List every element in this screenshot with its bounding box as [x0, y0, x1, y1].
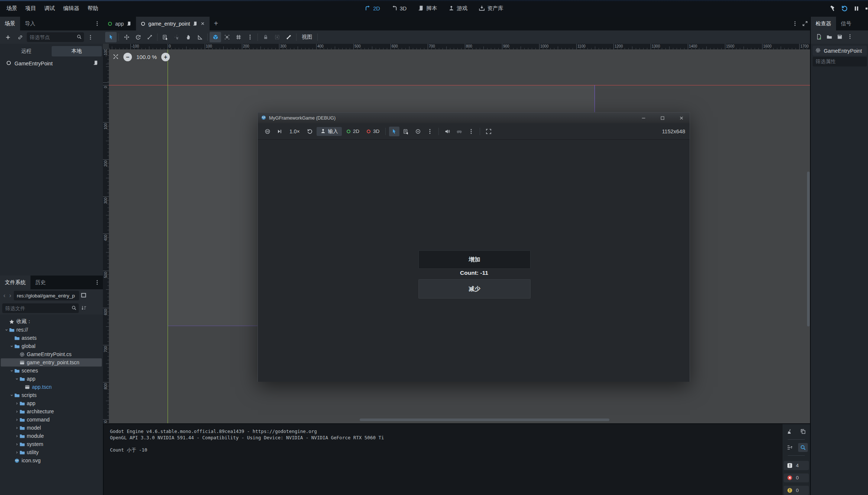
select-tool[interactable] — [389, 127, 399, 136]
tab-scene[interactable]: 场景 — [0, 17, 20, 30]
zoom-level[interactable]: 100.0 % — [136, 54, 157, 60]
minimize-icon[interactable] — [635, 113, 652, 123]
tree-arrow-closed-icon[interactable] — [14, 418, 19, 422]
menu-debug[interactable]: 调试 — [40, 3, 59, 13]
new-resource-icon[interactable] — [816, 34, 822, 41]
tab-history[interactable]: 历史 — [30, 276, 51, 289]
inspected-node[interactable]: GameEntryPoint — [813, 46, 867, 56]
tree-arrow-open-icon[interactable] — [14, 377, 19, 381]
close-icon[interactable] — [200, 21, 205, 26]
gamepad-icon[interactable] — [454, 127, 464, 136]
next-frame-icon[interactable] — [274, 127, 285, 136]
pan-tool[interactable] — [182, 32, 194, 42]
tab-signals[interactable]: 信号 — [836, 17, 856, 30]
path-field[interactable] — [14, 291, 79, 300]
tree-arrow-open-icon[interactable] — [9, 393, 14, 397]
tree-arrow-open-icon[interactable] — [4, 328, 9, 332]
view-menu[interactable]: 视图 — [298, 34, 315, 40]
game-window-titlebar[interactable]: MyGFrameworkGame (DEBUG) — [258, 113, 690, 123]
clear-output-icon[interactable] — [785, 427, 794, 436]
fs-item-utility[interactable]: utility — [0, 448, 103, 456]
search-output-icon[interactable] — [798, 443, 808, 452]
script-icon[interactable] — [192, 21, 198, 26]
fs-item-architecture[interactable]: architecture — [0, 407, 103, 416]
list-select-tool[interactable] — [159, 32, 171, 42]
stop-icon[interactable] — [865, 5, 868, 12]
error-badge-filter[interactable]: 0 — [784, 473, 809, 483]
rotate-tool[interactable] — [132, 32, 144, 42]
ruler-tool[interactable] — [194, 32, 205, 42]
tab-inspector[interactable]: 检查器 — [811, 17, 836, 30]
fs-item-assets[interactable]: assets — [0, 334, 103, 342]
close-icon[interactable] — [673, 113, 690, 123]
fs-item-res://[interactable]: res:// — [0, 326, 103, 334]
decrease-button[interactable]: 减少 — [418, 279, 531, 299]
scene-tab-game_entry_point[interactable]: game_entry_point — [136, 17, 210, 30]
scene-tab-app[interactable]: app — [103, 17, 136, 30]
bone-icon[interactable] — [283, 32, 294, 42]
zoom-out-button[interactable]: − — [123, 53, 132, 61]
expand-panel-icon[interactable] — [802, 21, 808, 26]
speaker-icon[interactable] — [442, 127, 453, 136]
workspace-3d[interactable]: 3D — [391, 5, 407, 12]
build-hammer-icon[interactable] — [829, 5, 836, 12]
copy-output-icon[interactable] — [798, 427, 808, 436]
fs-item-app[interactable]: app — [0, 375, 103, 383]
script-icon[interactable] — [93, 60, 98, 67]
script-icon[interactable] — [126, 21, 132, 26]
dock-menu-icon[interactable] — [94, 21, 100, 26]
fs-item-system[interactable]: system — [0, 440, 103, 448]
local-button[interactable]: 本地 — [52, 46, 102, 56]
fs-item-app[interactable]: app — [0, 399, 103, 407]
menu-project[interactable]: 项目 — [21, 3, 40, 13]
add-node-button[interactable] — [2, 32, 14, 42]
fs-item-icon.svg[interactable]: icon.svg — [0, 456, 103, 465]
menu-help[interactable]: 帮助 — [84, 3, 103, 13]
resource-menu-icon[interactable] — [847, 34, 853, 40]
list-select-tool[interactable] — [401, 127, 411, 136]
fs-item-scenes[interactable]: scenes — [0, 367, 103, 375]
move-tool[interactable] — [121, 32, 132, 42]
pause-icon[interactable] — [853, 5, 860, 12]
reset-icon[interactable] — [305, 127, 315, 136]
fs-item-收藏：[interactable]: 收藏： — [0, 317, 103, 326]
tree-arrow-closed-icon[interactable] — [14, 442, 19, 446]
split-view-icon[interactable] — [81, 292, 87, 299]
speed[interactable]: 1.0× — [286, 128, 303, 134]
menu-editor[interactable]: 编辑器 — [59, 3, 84, 13]
collapse-tree-icon[interactable] — [785, 443, 794, 452]
menu-scene[interactable]: 场景 — [2, 3, 21, 13]
more-vdots[interactable] — [244, 32, 256, 42]
sort-icon[interactable] — [81, 305, 87, 312]
tab-filesystem[interactable]: 文件系统 — [0, 276, 30, 289]
lock-icon[interactable] — [260, 32, 271, 42]
fullscreen-icon[interactable] — [483, 127, 494, 136]
warning-badge-filter[interactable]: 0 — [784, 486, 809, 495]
tree-arrow-closed-icon[interactable] — [14, 401, 19, 406]
group-icon[interactable] — [271, 32, 283, 42]
camera-override-icon[interactable] — [413, 127, 423, 136]
pixel-snap-tool[interactable] — [171, 32, 182, 42]
vertical-scrollbar[interactable] — [807, 172, 810, 326]
fs-item-game_entry_point.tscn[interactable]: game_entry_point.tscn — [0, 358, 103, 367]
nav-forward-icon[interactable]: › — [8, 292, 13, 299]
maximize-icon[interactable] — [654, 113, 671, 123]
tree-arrow-closed-icon[interactable] — [14, 426, 19, 430]
instantiate-scene-button[interactable] — [14, 32, 26, 42]
scale-tool[interactable] — [144, 32, 155, 42]
remote-button[interactable]: 远程 — [1, 46, 52, 56]
fs-item-command[interactable]: command — [0, 416, 103, 424]
tree-arrow-closed-icon[interactable] — [14, 434, 19, 438]
scene-tree-root-node[interactable]: GameEntryPoint — [0, 59, 103, 68]
more-vdots[interactable] — [466, 127, 476, 136]
filter-properties-input[interactable]: 筛选属性 — [813, 57, 867, 66]
restart-icon[interactable] — [841, 5, 848, 12]
fs-item-global[interactable]: global — [0, 342, 103, 350]
workspace-script[interactable]: 脚本 — [418, 5, 437, 12]
load-resource-icon[interactable] — [826, 34, 832, 41]
fs-item-module[interactable]: module — [0, 432, 103, 440]
snap-dots-tool[interactable] — [221, 32, 233, 42]
select-tool[interactable] — [105, 32, 117, 42]
workspace-assetlib[interactable]: 资产库 — [479, 5, 503, 12]
tree-arrow-open-icon[interactable] — [9, 344, 14, 348]
